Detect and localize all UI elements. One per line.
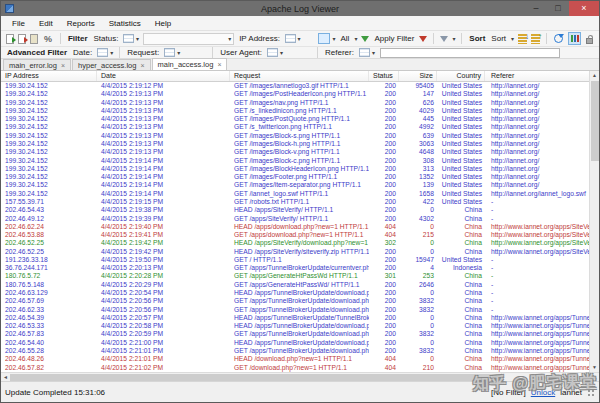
- sort-dropdown[interactable]: Sort: [491, 34, 506, 43]
- table-row[interactable]: 199.30.24.152 4/4/2015 2:19:13 PM GET /i…: [1, 99, 589, 107]
- table-row[interactable]: 202.46.52.25 4/4/2015 2:19:42 PM HEAD /a…: [1, 239, 589, 247]
- vertical-scrollbar[interactable]: ▲ ▼: [589, 71, 599, 372]
- chevron-down-icon[interactable]: ▾: [280, 49, 283, 56]
- table-row[interactable]: 202.46.54.40 4/4/2015 2:21:00 PM HEAD /a…: [1, 339, 589, 347]
- status-filter-combo[interactable]: [123, 34, 134, 43]
- horizontal-scroll-thumb[interactable]: [10, 374, 500, 381]
- vertical-scroll-thumb[interactable]: [591, 81, 599, 161]
- table-row[interactable]: 199.30.24.152 4/4/2015 2:19:12 PM GET /i…: [1, 82, 589, 90]
- table-row[interactable]: 202.46.55.28 4/4/2015 2:21:01 PM GET /ap…: [1, 347, 589, 355]
- table-row[interactable]: 202.46.57.82 4/4/2015 2:21:02 PM GET /do…: [1, 364, 589, 372]
- table-row[interactable]: 202.46.52.25 4/4/2015 2:19:42 PM HEAD /a…: [1, 248, 589, 256]
- cell-size: 0: [399, 322, 437, 330]
- country-filter-icon[interactable]: [318, 33, 331, 44]
- table-row[interactable]: 202.46.57.69 4/4/2015 2:20:56 PM GET /ap…: [1, 297, 589, 305]
- tab-close-icon[interactable]: ×: [217, 61, 221, 68]
- menu-file[interactable]: File: [5, 16, 32, 31]
- chevron-down-icon[interactable]: ▾: [298, 35, 301, 42]
- cell-referer: http://www.iannet.org/apps/TunnelB: [485, 314, 589, 322]
- all-dropdown[interactable]: All: [341, 34, 350, 43]
- tab-hyper-access-log[interactable]: hyper_access.log ×: [72, 59, 150, 70]
- table-row[interactable]: 202.46.49.12 4/4/2015 2:19:39 PM GET /ap…: [1, 215, 589, 223]
- table-row[interactable]: 191.236.33.18 4/4/2015 2:19:50 PM GET / …: [1, 256, 589, 264]
- table-row[interactable]: 202.46.57.83 4/4/2015 2:20:59 PM GET /ap…: [1, 330, 589, 338]
- referer-filter-combo[interactable]: [359, 48, 370, 57]
- table-row[interactable]: 199.30.24.152 4/4/2015 2:19:13 PM GET /s…: [1, 123, 589, 131]
- table-row[interactable]: 199.30.24.152 4/4/2015 2:19:14 PM GET /i…: [1, 181, 589, 189]
- table-row[interactable]: 202.46.62.24 4/4/2015 2:19:40 PM HEAD /a…: [1, 223, 589, 231]
- table-row[interactable]: 199.30.24.152 4/4/2015 2:19:13 PM GET /i…: [1, 90, 589, 98]
- chevron-down-icon[interactable]: ▾: [511, 35, 514, 42]
- tab-main-error-log[interactable]: main_error.log ×: [3, 59, 71, 70]
- chevron-down-icon[interactable]: ▾: [332, 35, 335, 42]
- chevron-down-icon[interactable]: ▾: [177, 49, 180, 56]
- sort-ascending-icon[interactable]: [518, 34, 527, 44]
- table-row[interactable]: 180.76.5.72 4/4/2015 2:20:28 PM GET /app…: [1, 272, 589, 280]
- table-row[interactable]: 199.30.24.152 4/4/2015 2:19:14 PM GET /i…: [1, 157, 589, 165]
- clear-filter-icon[interactable]: [419, 36, 427, 42]
- table-row[interactable]: 202.46.63.129 4/4/2015 2:20:54 PM HEAD /…: [1, 289, 589, 297]
- referer-filter-input[interactable]: [380, 48, 560, 58]
- table-row[interactable]: 202.46.62.33 4/4/2015 2:20:56 PM GET /ap…: [1, 306, 589, 314]
- table-row[interactable]: 36.76.244.171 4/4/2015 2:20:13 PM GET /a…: [1, 264, 589, 272]
- column-header-date[interactable]: Date: [97, 71, 230, 81]
- chart-view-icon[interactable]: [568, 32, 581, 45]
- menu-reports[interactable]: Reports: [60, 16, 102, 31]
- table-row[interactable]: 199.30.24.152 4/4/2015 2:19:13 PM GET /i…: [1, 148, 589, 156]
- chevron-down-icon[interactable]: ▾: [372, 49, 375, 56]
- ip-address-combo[interactable]: [285, 34, 296, 43]
- apply-filter-button[interactable]: Apply Filter: [374, 34, 414, 43]
- table-row[interactable]: 202.46.54.39 4/4/2015 2:20:57 PM HEAD /a…: [1, 314, 589, 322]
- chevron-down-icon[interactable]: ▾: [136, 35, 139, 42]
- scroll-left-icon[interactable]: ◄: [1, 374, 10, 380]
- resize-grip[interactable]: [587, 389, 595, 397]
- table-row[interactable]: 202.46.54.43 4/4/2015 2:19:38 PM HEAD /a…: [1, 206, 589, 214]
- status-value-dropdown[interactable]: ▾: [143, 33, 234, 45]
- request-filter-combo[interactable]: [164, 48, 175, 57]
- sort-descending-icon[interactable]: [531, 34, 540, 44]
- scroll-up-icon[interactable]: ▲: [592, 71, 597, 80]
- tab-close-icon[interactable]: ×: [140, 62, 144, 69]
- table-row[interactable]: 180.76.5.148 4/4/2015 2:20:29 PM GET /ap…: [1, 281, 589, 289]
- column-header-size[interactable]: Size: [399, 71, 437, 81]
- table-row[interactable]: 157.55.39.71 4/4/2015 2:19:15 PM GET /ro…: [1, 198, 589, 206]
- open-remote-log-icon[interactable]: [18, 34, 26, 44]
- tab-main-access-log[interactable]: main_access.log ×: [152, 58, 228, 70]
- open-log-icon[interactable]: [6, 34, 14, 44]
- refresh-icon[interactable]: [554, 34, 563, 43]
- table-row[interactable]: 199.30.24.152 4/4/2015 2:19:14 PM GET /i…: [1, 165, 589, 173]
- menu-edit[interactable]: Edit: [32, 16, 60, 31]
- edit-filter-icon[interactable]: [440, 36, 448, 42]
- table-row[interactable]: 199.30.24.152 4/4/2015 2:19:13 PM GET /s…: [1, 107, 589, 115]
- table-row[interactable]: 199.30.24.152 4/4/2015 2:19:13 PM GET /i…: [1, 140, 589, 148]
- user-agent-filter-combo[interactable]: [267, 48, 278, 57]
- unlock-link[interactable]: Unlock: [531, 388, 555, 397]
- apply-filter-icon[interactable]: [361, 36, 369, 42]
- menu-statistics[interactable]: Statistics: [102, 16, 148, 31]
- chevron-down-icon[interactable]: ▾: [452, 35, 455, 42]
- table-row[interactable]: 202.46.48.26 4/4/2015 2:21:01 PM HEAD /d…: [1, 355, 589, 363]
- table-row[interactable]: 199.30.24.152 4/4/2015 2:19:13 PM GET /i…: [1, 115, 589, 123]
- lock-icon[interactable]: [586, 38, 593, 44]
- paste-icon[interactable]: [30, 34, 38, 44]
- cell-request: GET /apps/download.php?new=1 HTTP/1.1: [230, 231, 369, 239]
- table-row[interactable]: 202.46.53.88 4/4/2015 2:19:41 PM GET /ap…: [1, 231, 589, 239]
- tab-close-icon[interactable]: ×: [61, 62, 65, 69]
- horizontal-scrollbar[interactable]: ◄ ►: [1, 372, 599, 381]
- table-row[interactable]: 199.30.24.152 4/4/2015 2:19:13 PM GET /i…: [1, 132, 589, 140]
- column-header-country[interactable]: Country: [437, 71, 485, 81]
- column-header-ip[interactable]: IP Address: [1, 71, 97, 81]
- table-row[interactable]: 202.46.53.33 4/4/2015 2:20:58 PM HEAD /a…: [1, 322, 589, 330]
- column-header-referer[interactable]: Referer: [485, 71, 589, 81]
- scroll-down-icon[interactable]: ▼: [592, 363, 597, 372]
- chevron-down-icon[interactable]: ▾: [110, 49, 113, 56]
- scroll-right-icon[interactable]: ►: [590, 374, 599, 380]
- chevron-down-icon[interactable]: ▾: [354, 35, 357, 42]
- table-row[interactable]: 199.30.24.152 4/4/2015 2:19:14 PM GET /i…: [1, 173, 589, 181]
- percent-icon[interactable]: %: [44, 34, 52, 44]
- column-header-status[interactable]: Status: [369, 71, 399, 81]
- menu-help[interactable]: Help: [148, 16, 178, 31]
- column-header-request[interactable]: Request: [230, 71, 369, 81]
- table-row[interactable]: 199.30.24.152 4/4/2015 2:19:14 PM GET /i…: [1, 190, 589, 198]
- date-filter-combo[interactable]: [97, 48, 108, 57]
